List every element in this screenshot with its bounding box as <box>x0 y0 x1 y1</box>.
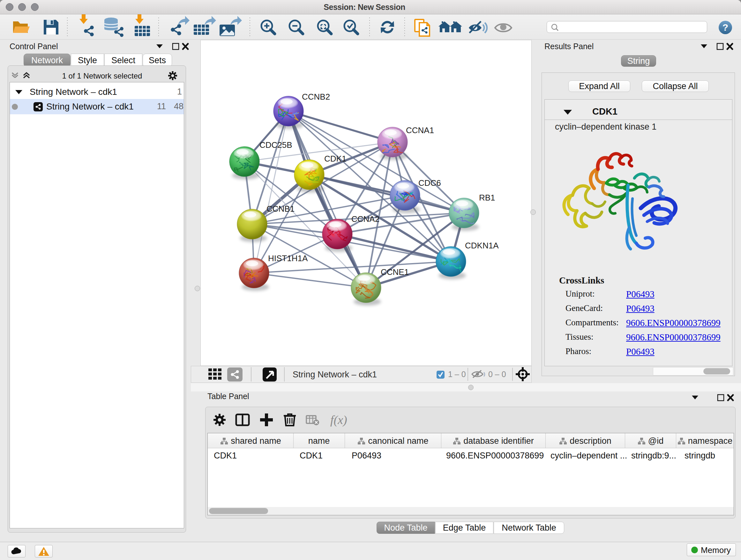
svg-text:CDKN1A: CDKN1A <box>465 241 499 250</box>
svg-text:RB1: RB1 <box>479 193 495 202</box>
svg-text:HIST1H1A: HIST1H1A <box>268 253 308 263</box>
svg-text:CDC25B: CDC25B <box>259 140 292 150</box>
svg-text:CCNA2: CCNA2 <box>351 214 380 224</box>
svg-text:CDC6: CDC6 <box>418 178 441 188</box>
svg-text:CCNB1: CCNB1 <box>266 204 294 213</box>
svg-text:f(x): f(x) <box>330 413 347 427</box>
svg-text:CCNB2: CCNB2 <box>302 92 330 102</box>
svg-text:CDK1: CDK1 <box>324 154 346 164</box>
svg-text:CCNA1: CCNA1 <box>406 125 434 135</box>
svg-text:String Network – cdk1: String Network – cdk1 <box>293 370 377 379</box>
svg-text:CCNE1: CCNE1 <box>381 267 409 277</box>
svg-text:1 – 0: 1 – 0 <box>448 370 466 379</box>
svg-text:0 – 0: 0 – 0 <box>488 370 506 379</box>
